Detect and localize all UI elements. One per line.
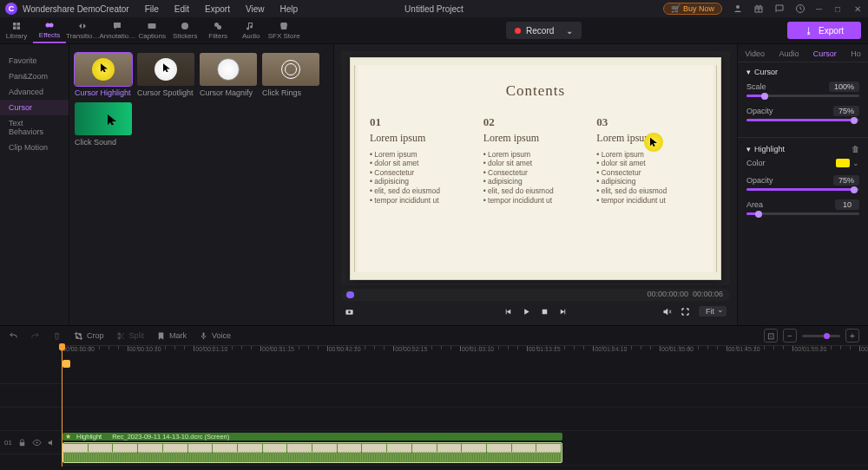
record-label: Record [526,26,554,36]
svg-point-12 [217,25,221,29]
tab-effects[interactable]: Effects [33,17,66,43]
cart-icon: 🛒 [671,4,681,13]
chevron-down-icon[interactable]: ▾ [746,68,751,76]
next-frame-button[interactable] [558,307,568,317]
tab-transitions[interactable]: Transitio… [66,17,99,43]
highlight-area-slider[interactable] [746,212,859,215]
sidebar-advanced[interactable]: Advanced [0,84,69,100]
highlight-area-value[interactable]: 10 [835,199,859,210]
message-icon[interactable] [774,3,785,14]
export-button[interactable]: ⭳ Export [787,22,861,39]
menu-view[interactable]: View [246,4,265,14]
history-icon[interactable] [795,3,806,14]
split-button[interactable]: Split [116,331,145,341]
undo-button[interactable] [9,331,18,341]
props-tab-hotkey[interactable]: Ho [851,49,861,58]
sidebar-clip-motion[interactable]: Clip Motion [0,140,69,155]
project-title: Untitled Project [404,4,464,14]
crop-button[interactable]: Crop [74,331,104,341]
fullscreen-button[interactable] [681,307,690,317]
timeline-ruler[interactable]: 00:00:00:0000:00:10:1000:00:21:1000:00:3… [61,345,868,361]
highlight-opacity-value[interactable]: 75% [833,175,859,186]
snapshot-button[interactable] [345,307,354,317]
chevron-down-icon[interactable]: ⌄ [852,159,859,167]
delete-highlight-button[interactable]: 🗑 [852,145,859,153]
gallery-item-cursor-highlight[interactable]: Cursor Highlight [75,53,132,97]
eye-icon[interactable] [32,438,42,447]
export-label: Export [819,26,844,36]
zoom-slider[interactable] [802,335,840,337]
delete-button[interactable] [52,331,62,341]
minimize-button[interactable]: ─ [816,4,825,13]
prev-frame-button[interactable] [503,307,513,317]
preview-canvas[interactable]: Contents 01 Lorem ipsum Lorem ipsumdolor… [341,51,730,285]
cursor-opacity-slider[interactable] [746,119,859,121]
mute-track-icon[interactable] [47,438,56,447]
svg-point-8 [49,23,54,28]
titlebar-right: 🛒 Buy Now ─ □ ✕ [663,3,863,15]
account-icon[interactable] [733,3,743,14]
lock-icon[interactable] [17,438,27,447]
tab-captions[interactable]: Captions [135,17,168,43]
progress-thumb[interactable] [346,291,354,298]
gallery-item-click-rings[interactable]: Click Rings [262,53,319,97]
highlight-color-swatch[interactable] [836,159,850,167]
menu-edit[interactable]: Edit [174,4,189,14]
tab-library[interactable]: Library [0,17,33,43]
cursor-opacity-value[interactable]: 75% [833,106,859,116]
svg-rect-6 [17,27,21,30]
sidebar-panzoom[interactable]: Pan&Zoom [0,69,69,84]
main-area: Favorite Pan&Zoom Advanced Cursor Text B… [0,44,868,325]
props-tab-video[interactable]: Video [745,49,765,58]
play-button[interactable] [522,307,531,317]
gallery-item-cursor-magnify[interactable]: Cursor Magnify [200,53,257,97]
chevron-down-icon: ⌄ [566,26,573,36]
menu-help[interactable]: Help [279,4,298,14]
timeline-zoom: ⊡ − + [764,329,859,343]
zoom-in-button[interactable]: + [845,329,859,343]
voice-button[interactable]: Voice [199,331,231,341]
menu-export[interactable]: Export [205,4,230,14]
gallery-item-cursor-spotlight[interactable]: Cursor Spotlight [137,53,194,97]
sidebar-cursor[interactable]: Cursor [0,100,69,115]
menu-file[interactable]: File [145,4,159,14]
mark-button[interactable]: Mark [156,331,187,341]
svg-point-10 [181,23,188,29]
highlight-opacity-slider[interactable] [746,188,859,191]
svg-point-20 [36,441,38,443]
properties-panel: Video Audio Cursor Ho ▾Cursor Scale100% … [738,44,868,325]
star-icon: ★ [65,433,71,441]
gift-icon[interactable] [753,3,764,14]
tab-audio[interactable]: Audio [234,17,267,43]
svg-rect-9 [148,23,156,29]
playhead[interactable] [62,345,62,467]
tab-stickers[interactable]: Stickers [168,17,201,43]
tab-annotations[interactable]: Annotatio… [99,17,135,43]
video-clip[interactable] [62,442,562,463]
zoom-fit-button[interactable]: ⊡ [764,329,778,343]
zoom-out-button[interactable]: − [783,329,797,343]
scale-slider[interactable] [746,95,859,97]
mute-button[interactable] [662,307,672,317]
tab-sfx-store[interactable]: SFX Store [267,17,300,43]
sidebar-favorite[interactable]: Favorite [0,53,69,69]
effects-gallery: Cursor Highlight Cursor Spotlight Cursor… [69,44,333,325]
chevron-down-icon[interactable]: ▾ [746,145,751,153]
maximize-button[interactable]: □ [835,4,844,13]
stop-button[interactable] [540,307,549,317]
props-tab-audio[interactable]: Audio [779,49,799,58]
svg-rect-19 [20,442,25,446]
progress-bar[interactable]: 00:00:00:00 00:00:06 [341,289,730,301]
effect-clip[interactable]: ★ Highlight Rec_2023-09-11 14-13-10.dcrc… [62,433,562,441]
sidebar-text-behaviors[interactable]: Text Behaviors [0,115,69,140]
close-button[interactable]: ✕ [854,4,863,13]
scale-value[interactable]: 100% [829,82,859,92]
tab-filters[interactable]: Filters [201,17,234,43]
props-tab-cursor[interactable]: Cursor [813,49,837,58]
buy-now-button[interactable]: 🛒 Buy Now [663,3,722,15]
record-button[interactable]: Record ⌄ [506,22,582,39]
redo-button[interactable] [30,331,40,341]
gallery-item-click-sound[interactable]: Click Sound [75,102,132,147]
fit-select[interactable]: Fit [699,306,727,317]
track-rows[interactable]: ★ Highlight Rec_2023-09-11 14-13-10.dcrc… [61,361,868,466]
